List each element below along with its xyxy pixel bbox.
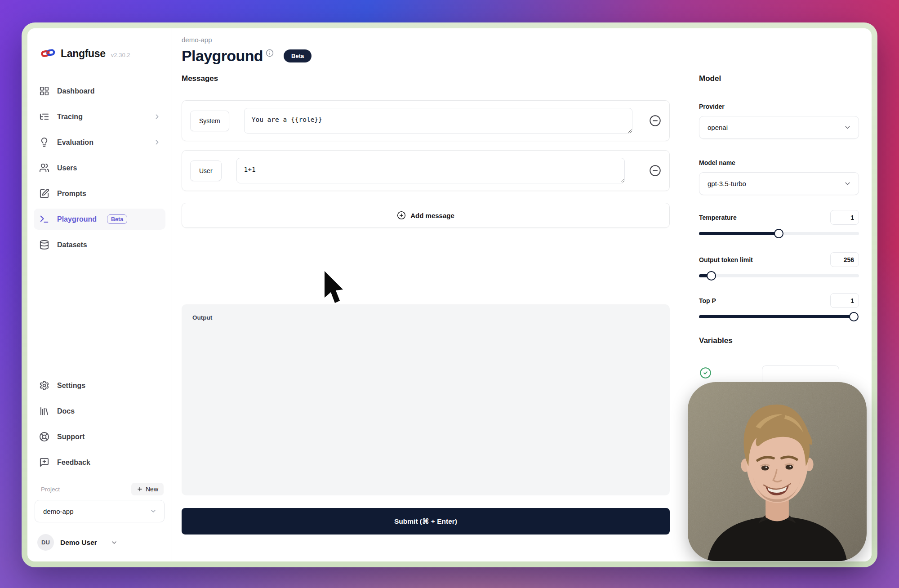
slider-track: [699, 274, 859, 277]
output-token-limit-value-input[interactable]: [830, 252, 859, 267]
evaluation-icon: [39, 137, 49, 147]
lifebuoy-icon: [39, 432, 49, 442]
chevron-down-icon: [150, 508, 157, 515]
library-icon: [39, 406, 49, 416]
sidebar-item-label: Evaluation: [57, 138, 93, 147]
add-message-label: Add message: [410, 212, 454, 219]
sidebar-item-label: Playground: [57, 215, 97, 223]
plus-circle-icon: [397, 211, 406, 220]
output-token-limit-slider[interactable]: [699, 271, 859, 281]
add-message-button[interactable]: Add message: [182, 203, 670, 228]
presenter-video: [688, 382, 867, 561]
role-button[interactable]: User: [190, 160, 222, 181]
datasets-icon: [39, 240, 49, 250]
title-row: Playground Beta: [182, 47, 859, 65]
chevron-right-icon: [153, 138, 161, 146]
top-p-label: Top P: [699, 297, 716, 304]
sidebar-spacer: [34, 255, 165, 375]
playground-terminal-icon: [39, 214, 49, 224]
sidebar-item-playground[interactable]: Playground Beta: [34, 209, 165, 230]
sidebar-item-prompts[interactable]: Prompts: [34, 183, 165, 204]
sidebar-item-users[interactable]: Users: [34, 157, 165, 178]
user-menu[interactable]: DU Demo User: [37, 534, 165, 551]
minus-circle-icon: [649, 115, 661, 127]
screen-background: Langfuse v2.30.2 Dashboard Tracing: [0, 0, 899, 588]
sidebar-item-label: Datasets: [57, 241, 87, 249]
temperature-slider[interactable]: [699, 229, 859, 238]
message-row-user: User 1+1: [182, 150, 670, 191]
sidebar-item-label: Feedback: [57, 459, 90, 467]
remove-message-button[interactable]: [649, 165, 661, 177]
sidebar-item-settings[interactable]: Settings: [34, 375, 165, 396]
slider-thumb[interactable]: [774, 229, 783, 238]
messages-column: Messages System You are a {{role}} User …: [182, 74, 670, 535]
project-label: Project: [41, 486, 60, 493]
sidebar-item-label: Users: [57, 164, 77, 172]
model-name-value: gpt-3.5-turbo: [708, 180, 746, 187]
messages-heading: Messages: [182, 74, 670, 83]
plus-icon: [137, 486, 143, 492]
slider-fill: [699, 315, 854, 318]
sidebar-footer-nav: Settings Docs Support Feedback: [34, 375, 165, 473]
project-selected-value: demo-app: [43, 508, 74, 515]
project-select[interactable]: demo-app: [35, 500, 165, 522]
slider-thumb[interactable]: [707, 271, 716, 281]
message-square-plus-icon: [39, 457, 49, 468]
dashboard-icon: [39, 86, 49, 96]
output-label: Output: [192, 314, 659, 321]
provider-value: openai: [708, 124, 728, 131]
info-icon[interactable]: [266, 49, 274, 57]
chevron-right-icon: [153, 113, 161, 120]
temperature-label: Temperature: [699, 214, 737, 221]
output-token-limit-row: Output token limit: [699, 252, 859, 267]
chevron-down-icon: [111, 539, 118, 546]
tracing-icon: [39, 111, 49, 122]
message-content-input[interactable]: 1+1: [236, 158, 625, 183]
provider-label: Provider: [699, 103, 859, 110]
top-p-slider[interactable]: [699, 312, 859, 321]
slider-fill: [699, 232, 779, 235]
sidebar-item-label: Support: [57, 433, 85, 441]
sidebar-item-label: Prompts: [57, 190, 86, 198]
sidebar-item-feedback[interactable]: Feedback: [34, 452, 165, 473]
brand-row: Langfuse v2.30.2: [41, 46, 165, 60]
model-name-select[interactable]: gpt-3.5-turbo: [699, 172, 859, 195]
slider-thumb[interactable]: [849, 312, 859, 321]
sidebar-item-label: Dashboard: [57, 87, 95, 95]
brand-name: Langfuse: [61, 48, 106, 60]
beta-badge-outline: Beta: [107, 214, 127, 224]
langfuse-logo-icon: [41, 48, 55, 59]
app-version: v2.30.2: [111, 52, 130, 58]
sidebar-item-dashboard[interactable]: Dashboard: [34, 80, 165, 102]
top-p-value-input[interactable]: [830, 293, 859, 308]
model-heading: Model: [699, 74, 859, 83]
output-panel: Output: [182, 304, 670, 495]
submit-button[interactable]: Submit (⌘ + Enter): [182, 508, 670, 535]
page-title: Playground: [182, 47, 263, 65]
sidebar-item-evaluation[interactable]: Evaluation: [34, 132, 165, 153]
provider-select[interactable]: openai: [699, 116, 859, 139]
avatar: DU: [37, 534, 54, 551]
project-row: Project New: [41, 483, 164, 495]
role-button[interactable]: System: [190, 111, 229, 131]
sidebar-item-docs[interactable]: Docs: [34, 401, 165, 422]
temperature-row: Temperature: [699, 210, 859, 225]
user-name: Demo User: [60, 539, 97, 547]
variables-heading: Variables: [699, 336, 859, 345]
breadcrumb[interactable]: demo-app: [182, 36, 859, 44]
new-project-label: New: [146, 486, 158, 493]
temperature-value-input[interactable]: [830, 210, 859, 225]
message-content-input[interactable]: You are a {{role}}: [244, 108, 632, 134]
sidebar-item-label: Docs: [57, 407, 75, 415]
sidebar-item-label: Settings: [57, 382, 85, 390]
output-token-limit-label: Output token limit: [699, 256, 753, 263]
sidebar-item-datasets[interactable]: Datasets: [34, 234, 165, 255]
users-icon: [39, 163, 49, 173]
sidebar-item-support[interactable]: Support: [34, 426, 165, 447]
sidebar-item-tracing[interactable]: Tracing: [34, 106, 165, 127]
remove-message-button[interactable]: [649, 115, 661, 127]
webcam-overlay: [688, 382, 867, 561]
new-project-button[interactable]: New: [131, 483, 164, 495]
message-row-system: System You are a {{role}}: [182, 100, 670, 141]
model-name-label: Model name: [699, 159, 859, 166]
